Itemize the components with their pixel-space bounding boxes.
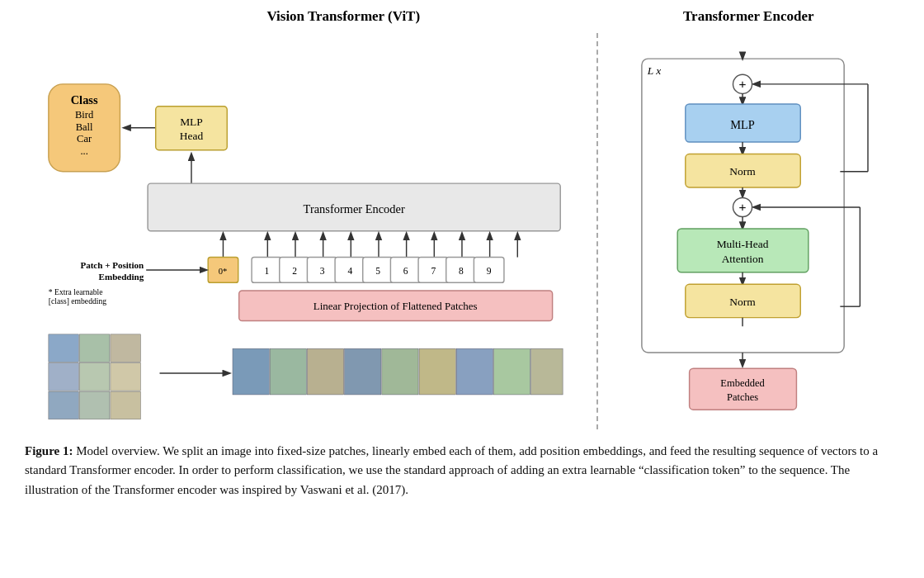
svg-text:Patches: Patches	[726, 391, 757, 403]
svg-text:Ball: Ball	[76, 121, 93, 133]
svg-text:Class: Class	[71, 93, 98, 107]
svg-rect-68	[493, 348, 530, 395]
vit-title: Vision Transformer (ViT)	[91, 8, 596, 25]
caption-label: Figure 1:	[25, 444, 73, 457]
vit-section: Vision Transformer (ViT) Class Bird Ball…	[25, 8, 596, 438]
svg-text:Embedded: Embedded	[720, 377, 765, 389]
svg-rect-59	[111, 391, 141, 419]
svg-text:7: 7	[431, 266, 436, 276]
svg-text:+: +	[738, 77, 746, 91]
svg-text:2: 2	[292, 266, 297, 276]
svg-text:4: 4	[347, 266, 352, 276]
svg-text:Patch + Position: Patch + Position	[80, 260, 144, 270]
svg-text:MLP: MLP	[730, 118, 755, 131]
svg-text:Norm: Norm	[729, 296, 756, 308]
svg-text:5: 5	[375, 266, 380, 276]
svg-text:L x: L x	[646, 64, 661, 77]
figure-caption: Figure 1: Model overview. We split an im…	[25, 438, 899, 500]
svg-rect-61	[233, 348, 269, 395]
svg-rect-65	[382, 348, 418, 395]
main-container: Vision Transformer (ViT) Class Bird Ball…	[0, 0, 924, 578]
svg-text:MLP: MLP	[180, 116, 203, 128]
svg-text:Multi-Head: Multi-Head	[716, 238, 768, 250]
svg-text:Linear Projection of Flattened: Linear Projection of Flattened Patches	[314, 300, 478, 312]
svg-rect-85	[677, 229, 808, 272]
svg-rect-53	[111, 334, 141, 362]
svg-text:Attention: Attention	[721, 253, 763, 265]
svg-text:Transformer Encoder: Transformer Encoder	[304, 202, 405, 216]
svg-text:[class] embedding: [class] embedding	[49, 296, 106, 306]
svg-text:Car: Car	[77, 133, 92, 144]
svg-text:+: +	[738, 200, 746, 214]
svg-rect-54	[49, 362, 79, 391]
vit-diagram: Class Bird Ball Car ... MLP Head Transfo…	[25, 29, 596, 425]
svg-rect-52	[79, 334, 110, 362]
svg-text:Head: Head	[180, 130, 204, 142]
te-diagram: L x + MLP Norm +	[598, 29, 899, 425]
svg-text:Norm: Norm	[729, 165, 756, 178]
svg-rect-63	[307, 348, 343, 395]
svg-text:* Extra learnable: * Extra learnable	[49, 287, 103, 296]
svg-rect-7	[156, 107, 228, 150]
caption-text: Model overview. We split an image into f…	[25, 444, 878, 496]
svg-text:Bird: Bird	[75, 109, 94, 121]
diagram-area: Vision Transformer (ViT) Class Bird Ball…	[25, 8, 899, 438]
svg-rect-66	[419, 348, 455, 395]
svg-rect-57	[49, 391, 79, 419]
svg-text:6: 6	[403, 266, 408, 276]
svg-text:Embedding: Embedding	[99, 272, 144, 282]
svg-rect-64	[345, 348, 381, 395]
svg-rect-51	[49, 334, 79, 362]
svg-text:8: 8	[459, 266, 464, 276]
svg-rect-67	[456, 348, 493, 395]
svg-rect-56	[111, 362, 141, 391]
svg-text:...: ...	[80, 145, 87, 157]
svg-rect-58	[79, 391, 110, 419]
svg-rect-55	[79, 362, 110, 391]
svg-text:3: 3	[320, 266, 325, 276]
svg-text:1: 1	[264, 266, 269, 276]
svg-rect-62	[270, 348, 306, 395]
svg-text:0*: 0*	[219, 267, 228, 276]
te-section: Transformer Encoder L x +	[598, 8, 899, 438]
te-title: Transformer Encoder	[598, 8, 899, 25]
svg-text:9: 9	[487, 266, 492, 276]
svg-rect-69	[531, 348, 563, 395]
